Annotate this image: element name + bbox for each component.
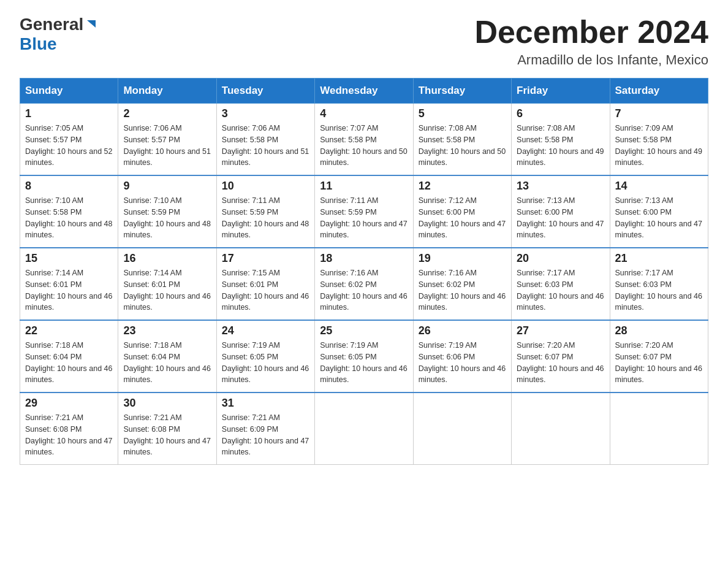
- calendar-cell: 12Sunrise: 7:12 AMSunset: 6:00 PMDayligh…: [413, 175, 511, 248]
- calendar-cell: 14Sunrise: 7:13 AMSunset: 6:00 PMDayligh…: [610, 175, 708, 248]
- day-info: Sunrise: 7:18 AMSunset: 6:04 PMDaylight:…: [25, 340, 113, 386]
- day-info: Sunrise: 7:10 AMSunset: 5:59 PMDaylight:…: [123, 195, 211, 241]
- day-number: 6: [517, 107, 604, 120]
- calendar-cell: 18Sunrise: 7:16 AMSunset: 6:02 PMDayligh…: [315, 248, 413, 320]
- calendar-cell: 8Sunrise: 7:10 AMSunset: 5:58 PMDaylight…: [20, 175, 118, 248]
- day-info: Sunrise: 7:10 AMSunset: 5:58 PMDaylight:…: [25, 195, 113, 241]
- day-info: Sunrise: 7:20 AMSunset: 6:07 PMDaylight:…: [517, 340, 604, 386]
- day-info: Sunrise: 7:08 AMSunset: 5:58 PMDaylight:…: [517, 123, 604, 169]
- day-info: Sunrise: 7:21 AMSunset: 6:08 PMDaylight:…: [25, 412, 113, 458]
- logo: General Blue: [20, 15, 96, 54]
- day-info: Sunrise: 7:13 AMSunset: 6:00 PMDaylight:…: [517, 195, 604, 241]
- calendar-cell: 10Sunrise: 7:11 AMSunset: 5:59 PMDayligh…: [216, 175, 314, 248]
- day-info: Sunrise: 7:13 AMSunset: 6:00 PMDaylight:…: [615, 195, 703, 241]
- calendar-cell: 6Sunrise: 7:08 AMSunset: 5:58 PMDaylight…: [512, 104, 610, 176]
- calendar-cell: 17Sunrise: 7:15 AMSunset: 6:01 PMDayligh…: [216, 248, 314, 320]
- calendar-cell: 29Sunrise: 7:21 AMSunset: 6:08 PMDayligh…: [20, 393, 118, 465]
- day-number: 15: [25, 252, 113, 265]
- day-info: Sunrise: 7:07 AMSunset: 5:58 PMDaylight:…: [320, 123, 408, 169]
- calendar-cell: [610, 393, 708, 465]
- calendar-cell: 19Sunrise: 7:16 AMSunset: 6:02 PMDayligh…: [413, 248, 511, 320]
- day-number: 24: [222, 324, 309, 337]
- weekday-header-thursday: Thursday: [413, 79, 511, 104]
- calendar-table: SundayMondayTuesdayWednesdayThursdayFrid…: [20, 78, 708, 465]
- logo-general-text: General: [20, 15, 83, 34]
- day-number: 7: [615, 107, 703, 120]
- calendar-cell: 21Sunrise: 7:17 AMSunset: 6:03 PMDayligh…: [610, 248, 708, 320]
- calendar-cell: 3Sunrise: 7:06 AMSunset: 5:58 PMDaylight…: [216, 104, 314, 176]
- calendar-cell: 25Sunrise: 7:19 AMSunset: 6:05 PMDayligh…: [315, 320, 413, 393]
- week-row-1: 1Sunrise: 7:05 AMSunset: 5:57 PMDaylight…: [20, 104, 708, 176]
- day-info: Sunrise: 7:21 AMSunset: 6:08 PMDaylight:…: [123, 412, 211, 458]
- day-info: Sunrise: 7:20 AMSunset: 6:07 PMDaylight:…: [615, 340, 703, 386]
- week-row-5: 29Sunrise: 7:21 AMSunset: 6:08 PMDayligh…: [20, 393, 708, 465]
- weekday-header-row: SundayMondayTuesdayWednesdayThursdayFrid…: [20, 79, 708, 104]
- day-info: Sunrise: 7:14 AMSunset: 6:01 PMDaylight:…: [25, 267, 113, 313]
- weekday-header-sunday: Sunday: [20, 79, 118, 104]
- calendar-cell: 26Sunrise: 7:19 AMSunset: 6:06 PMDayligh…: [413, 320, 511, 393]
- day-info: Sunrise: 7:06 AMSunset: 5:57 PMDaylight:…: [123, 123, 211, 169]
- calendar-cell: 20Sunrise: 7:17 AMSunset: 6:03 PMDayligh…: [512, 248, 610, 320]
- day-number: 28: [615, 324, 703, 337]
- calendar-cell: 15Sunrise: 7:14 AMSunset: 6:01 PMDayligh…: [20, 248, 118, 320]
- day-info: Sunrise: 7:11 AMSunset: 5:59 PMDaylight:…: [222, 195, 309, 241]
- day-info: Sunrise: 7:16 AMSunset: 6:02 PMDaylight:…: [320, 267, 408, 313]
- day-info: Sunrise: 7:06 AMSunset: 5:58 PMDaylight:…: [222, 123, 309, 169]
- day-info: Sunrise: 7:19 AMSunset: 6:06 PMDaylight:…: [419, 340, 506, 386]
- day-number: 10: [222, 180, 309, 193]
- day-number: 3: [222, 107, 309, 120]
- day-number: 4: [320, 107, 408, 120]
- day-number: 31: [222, 397, 309, 410]
- calendar-cell: 11Sunrise: 7:11 AMSunset: 5:59 PMDayligh…: [315, 175, 413, 248]
- logo-arrow-icon: [85, 19, 96, 33]
- calendar-cell: 23Sunrise: 7:18 AMSunset: 6:04 PMDayligh…: [118, 320, 216, 393]
- calendar-cell: 27Sunrise: 7:20 AMSunset: 6:07 PMDayligh…: [512, 320, 610, 393]
- calendar-cell: [512, 393, 610, 465]
- day-info: Sunrise: 7:05 AMSunset: 5:57 PMDaylight:…: [25, 123, 113, 169]
- day-number: 29: [25, 397, 113, 410]
- day-info: Sunrise: 7:09 AMSunset: 5:58 PMDaylight:…: [615, 123, 703, 169]
- day-number: 22: [25, 324, 113, 337]
- calendar-cell: 2Sunrise: 7:06 AMSunset: 5:57 PMDaylight…: [118, 104, 216, 176]
- weekday-header-saturday: Saturday: [610, 79, 708, 104]
- day-info: Sunrise: 7:17 AMSunset: 6:03 PMDaylight:…: [517, 267, 604, 313]
- day-number: 12: [419, 180, 506, 193]
- calendar-cell: 5Sunrise: 7:08 AMSunset: 5:58 PMDaylight…: [413, 104, 511, 176]
- calendar-cell: 24Sunrise: 7:19 AMSunset: 6:05 PMDayligh…: [216, 320, 314, 393]
- title-block: December 2024 Armadillo de los Infante, …: [474, 15, 708, 68]
- day-info: Sunrise: 7:15 AMSunset: 6:01 PMDaylight:…: [222, 267, 309, 313]
- day-info: Sunrise: 7:11 AMSunset: 5:59 PMDaylight:…: [320, 195, 408, 241]
- day-info: Sunrise: 7:14 AMSunset: 6:01 PMDaylight:…: [123, 267, 211, 313]
- calendar-cell: 31Sunrise: 7:21 AMSunset: 6:09 PMDayligh…: [216, 393, 314, 465]
- svg-marker-0: [87, 20, 96, 28]
- day-number: 26: [419, 324, 506, 337]
- calendar-cell: 4Sunrise: 7:07 AMSunset: 5:58 PMDaylight…: [315, 104, 413, 176]
- day-number: 9: [123, 180, 211, 193]
- weekday-header-friday: Friday: [512, 79, 610, 104]
- week-row-4: 22Sunrise: 7:18 AMSunset: 6:04 PMDayligh…: [20, 320, 708, 393]
- logo-blue-text: Blue: [20, 34, 57, 54]
- calendar-cell: 30Sunrise: 7:21 AMSunset: 6:08 PMDayligh…: [118, 393, 216, 465]
- day-number: 16: [123, 252, 211, 265]
- weekday-header-monday: Monday: [118, 79, 216, 104]
- day-number: 5: [419, 107, 506, 120]
- day-number: 17: [222, 252, 309, 265]
- day-number: 18: [320, 252, 408, 265]
- month-year-title: December 2024: [474, 15, 708, 50]
- weekday-header-tuesday: Tuesday: [216, 79, 314, 104]
- day-info: Sunrise: 7:18 AMSunset: 6:04 PMDaylight:…: [123, 340, 211, 386]
- calendar-cell: [413, 393, 511, 465]
- day-number: 2: [123, 107, 211, 120]
- calendar-cell: 28Sunrise: 7:20 AMSunset: 6:07 PMDayligh…: [610, 320, 708, 393]
- calendar-cell: 16Sunrise: 7:14 AMSunset: 6:01 PMDayligh…: [118, 248, 216, 320]
- location-subtitle: Armadillo de los Infante, Mexico: [474, 52, 708, 68]
- day-info: Sunrise: 7:16 AMSunset: 6:02 PMDaylight:…: [419, 267, 506, 313]
- day-number: 8: [25, 180, 113, 193]
- calendar-cell: 9Sunrise: 7:10 AMSunset: 5:59 PMDaylight…: [118, 175, 216, 248]
- day-info: Sunrise: 7:19 AMSunset: 6:05 PMDaylight:…: [222, 340, 309, 386]
- calendar-cell: 22Sunrise: 7:18 AMSunset: 6:04 PMDayligh…: [20, 320, 118, 393]
- week-row-3: 15Sunrise: 7:14 AMSunset: 6:01 PMDayligh…: [20, 248, 708, 320]
- weekday-header-wednesday: Wednesday: [315, 79, 413, 104]
- day-info: Sunrise: 7:12 AMSunset: 6:00 PMDaylight:…: [419, 195, 506, 241]
- calendar-cell: [315, 393, 413, 465]
